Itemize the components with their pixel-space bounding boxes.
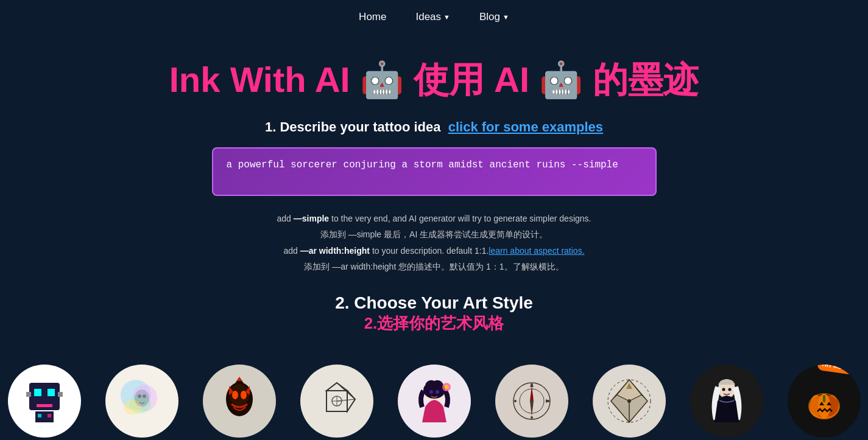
- style-halloween-circle: TRY ME 试试我: [788, 365, 861, 438]
- tattoo-description-input[interactable]: a powerful sorcerer conjuring a storm am…: [212, 147, 657, 196]
- style-anime-circle: [398, 365, 471, 438]
- step1-heading: 1. Describe your tattoo idea click for s…: [12, 119, 856, 135]
- svg-point-34: [436, 390, 439, 394]
- page-title: Ink With AI 🤖 使用 AI 🤖 的墨迹: [12, 58, 856, 101]
- style-minimalism-circle: [495, 365, 568, 438]
- geometric-outline-art-icon: [309, 374, 364, 428]
- style-halloween[interactable]: TRY ME 试试我 Halloween 万圣节: [782, 365, 867, 440]
- halloween-art-icon: [797, 374, 852, 428]
- ideas-dropdown-icon: ▼: [443, 13, 450, 21]
- style-tribal[interactable]: Tribal 部落: [197, 365, 282, 440]
- svg-point-51: [627, 399, 631, 403]
- style-gothic[interactable]: Gothic 哥特式: [684, 365, 769, 440]
- svg-point-15: [138, 394, 141, 398]
- geometric-art-icon: [602, 374, 657, 428]
- hint2-zh: 添加到 —ar width:height 您的描述中。默认值为 1：1。了解纵横…: [12, 259, 856, 275]
- hints-section: add —simple to the very end, and AI gene…: [12, 211, 856, 275]
- anime-art-icon: [407, 374, 462, 428]
- nav-home-label: Home: [359, 11, 386, 23]
- style-watercolor-circle: [105, 365, 178, 438]
- style-geometric-outline[interactable]: Geometric Outline 几何轮廓: [294, 365, 379, 440]
- style-pixel-circle: [8, 365, 81, 438]
- svg-point-55: [722, 388, 725, 391]
- svg-point-56: [728, 388, 731, 391]
- aspect-ratio-link[interactable]: learn about aspect ratios.: [489, 246, 584, 256]
- svg-marker-40: [530, 398, 534, 416]
- svg-rect-7: [38, 414, 41, 417]
- style-anime[interactable]: Anime 动漫: [392, 365, 477, 440]
- style-tribal-circle: [203, 365, 276, 438]
- hint1-en: add —simple to the very end, and AI gene…: [12, 211, 856, 227]
- svg-line-24: [326, 383, 337, 391]
- step1-text: 1. Describe your tattoo idea: [265, 119, 441, 134]
- pixel-art-icon: [17, 374, 72, 428]
- svg-rect-3: [37, 404, 52, 407]
- nav-ideas-label: Ideas: [415, 11, 441, 23]
- svg-marker-45: [530, 383, 534, 387]
- blog-dropdown-icon: ▼: [503, 13, 509, 21]
- nav-ideas[interactable]: Ideas ▼: [415, 11, 450, 23]
- svg-rect-2: [48, 389, 55, 396]
- tribal-art-icon: [212, 374, 267, 428]
- hint1-zh: 添加到 —simple 最后，AI 生成器将尝试生成更简单的设计。: [12, 226, 856, 243]
- nav-blog[interactable]: Blog ▼: [479, 11, 509, 23]
- hero-section: Ink With AI 🤖 使用 AI 🤖 的墨迹 1. Describe yo…: [0, 34, 868, 365]
- svg-point-43: [514, 400, 517, 402]
- svg-point-33: [429, 390, 433, 394]
- watercolor-art-icon: [115, 374, 169, 428]
- style-geometric-outline-circle: [300, 365, 373, 438]
- style-minimalism[interactable]: Minimalism 极简主义: [489, 365, 574, 440]
- style-gothic-circle: [690, 365, 763, 438]
- style-geometric[interactable]: Geometric 几何: [587, 365, 672, 440]
- svg-point-16: [143, 394, 146, 398]
- svg-marker-23: [347, 391, 355, 411]
- svg-point-42: [531, 416, 533, 419]
- examples-link[interactable]: click for some examples: [448, 119, 603, 134]
- svg-rect-5: [58, 392, 63, 397]
- style-geometric-circle: [593, 365, 666, 438]
- svg-rect-4: [26, 392, 31, 397]
- minimalism-art-icon: [504, 374, 559, 428]
- step2-zh: 2.选择你的艺术风格: [12, 313, 856, 334]
- gothic-art-icon: [699, 374, 754, 428]
- tattoo-input-wrapper: a powerful sorcerer conjuring a storm am…: [212, 147, 657, 198]
- svg-point-36: [445, 385, 448, 389]
- step2-heading: 2. Choose Your Art Style 2.选择你的艺术风格: [12, 293, 856, 334]
- svg-rect-8: [48, 414, 51, 417]
- step2-en: 2. Choose Your Art Style: [12, 293, 856, 313]
- art-style-grid: Pixel 像素 Watercolor 水彩: [0, 365, 868, 440]
- svg-rect-1: [34, 389, 41, 396]
- nav-blog-label: Blog: [479, 11, 500, 23]
- style-watercolor[interactable]: Watercolor 水彩: [99, 365, 185, 440]
- main-nav: Home Ideas ▼ Blog ▼: [0, 0, 868, 34]
- svg-rect-61: [823, 395, 825, 402]
- style-pixel[interactable]: Pixel 像素: [2, 365, 87, 440]
- svg-point-14: [135, 389, 149, 407]
- nav-home[interactable]: Home: [359, 11, 386, 23]
- hint2-en: add —ar width:height to your description…: [12, 243, 856, 259]
- svg-marker-46: [546, 399, 550, 403]
